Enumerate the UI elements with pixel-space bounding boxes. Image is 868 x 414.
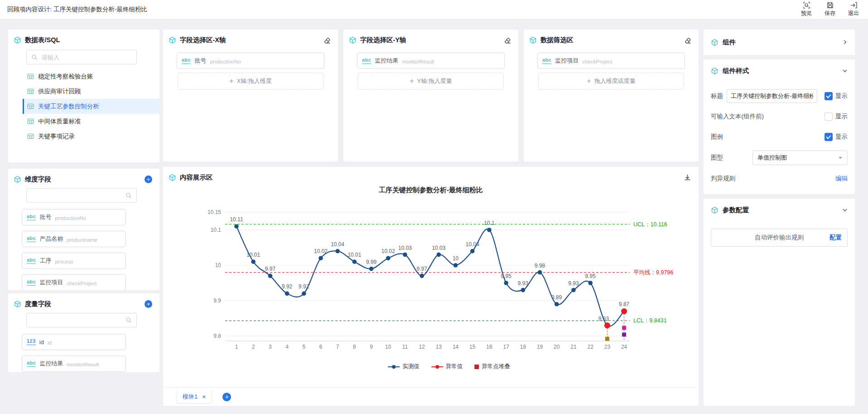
params-section-header[interactable]: 参数配置 — [704, 199, 855, 221]
filter-dropzone[interactable]: + 拖入维度或度量 — [538, 73, 684, 90]
legend-item-measured[interactable]: 实测值 — [388, 363, 420, 370]
data-point — [453, 263, 458, 268]
table-item[interactable]: 稳定性考察检验台账 — [23, 69, 159, 84]
rule-label: 判异规则 — [711, 175, 735, 183]
legend-item-abnormal-stack[interactable]: 异常点堆叠 — [474, 363, 510, 370]
table-item[interactable]: 中间体质量标准 — [23, 114, 159, 129]
legend-item-abnormal[interactable]: 异常值 — [431, 363, 463, 370]
chevron-down-icon — [842, 68, 848, 73]
field-item[interactable]: abc 监控项目 checkProject — [537, 53, 685, 69]
page-title: 回顾项内容设计: 工序关键控制参数分析-最终细粉比 — [7, 0, 147, 19]
field-item[interactable]: abc 监控结果 monitorResult — [22, 356, 126, 372]
datasource-panel-title: 数据表/SQL — [25, 36, 60, 44]
data-point — [352, 259, 357, 264]
exit-button[interactable]: 退出 — [848, 1, 859, 17]
svg-text:9.99: 9.99 — [366, 259, 377, 265]
svg-text:9: 9 — [370, 344, 373, 350]
add-dimension-button[interactable]: + — [145, 175, 152, 183]
xaxis-dropzone[interactable]: + X轴:拖入维度 — [178, 73, 323, 90]
add-module-button[interactable]: + — [222, 393, 231, 401]
legend-square-marker — [474, 365, 479, 369]
field-name: 批号 — [194, 57, 206, 65]
svg-text:9.95: 9.95 — [501, 273, 512, 279]
svg-text:9.83: 9.83 — [598, 316, 609, 322]
svg-text:4: 4 — [285, 344, 289, 350]
field-item[interactable]: abc 批号 productionNo — [177, 53, 324, 69]
tab-module1[interactable]: 模块1 × — [177, 390, 212, 404]
field-type-icon: abc — [362, 58, 371, 64]
field-item[interactable]: 123 id id — [22, 334, 126, 350]
legend-show-checkbox[interactable] — [825, 133, 833, 141]
abnormal-stack-square — [605, 337, 609, 341]
field-code: checkProject — [67, 281, 96, 286]
divider — [704, 194, 855, 199]
field-code: monitorResult — [402, 59, 434, 64]
tab-label: 模块1 — [183, 393, 198, 401]
style-section-header[interactable]: 组件样式 — [704, 59, 855, 82]
table-item[interactable]: 关键工艺参数控制分析 — [23, 99, 159, 114]
auto-rule-config-link[interactable]: 配置 — [829, 234, 842, 242]
content-panel-title: 内容展示区 — [180, 173, 213, 182]
field-item[interactable]: abc 产品名称 productname — [22, 231, 126, 247]
panel-cube-icon — [169, 36, 176, 44]
eraser-icon[interactable] — [684, 37, 691, 44]
chevron-right-icon — [842, 39, 848, 45]
datasource-table-list: 稳定性考察检验台账 供应商审计回顾 关键工艺参数控制分析 中间体质量标准 关键事… — [8, 69, 159, 144]
save-icon — [826, 1, 834, 9]
svg-text:22: 22 — [588, 344, 594, 350]
exit-label: 退出 — [848, 10, 859, 17]
chart-type-select[interactable]: 单值控制图 — [752, 151, 848, 165]
svg-text:3: 3 — [269, 344, 272, 350]
preview-icon — [803, 1, 810, 9]
abnormal-point — [621, 308, 627, 314]
field-item[interactable]: abc 监控结果 monitorResult — [357, 53, 505, 69]
download-icon[interactable] — [684, 174, 691, 181]
field-item[interactable]: abc 批号 productionNo — [22, 209, 126, 225]
datasource-search-input[interactable] — [41, 54, 132, 61]
preview-button[interactable]: 预览 — [801, 1, 812, 17]
yaxis-dropzone[interactable]: + Y轴:拖入度量 — [358, 73, 504, 90]
table-icon — [27, 103, 34, 110]
rule-edit-link[interactable]: 编辑 — [835, 175, 848, 183]
chart-title-input[interactable] — [727, 89, 817, 103]
svg-text:10.01: 10.01 — [347, 252, 361, 258]
filter-dropzone-label: 拖入维度或度量 — [594, 77, 636, 85]
field-name: 监控项目 — [555, 57, 579, 65]
table-icon — [27, 73, 34, 80]
svg-text:平均线：9.9796: 平均线：9.9796 — [633, 269, 673, 276]
panel-cube-icon — [14, 36, 21, 44]
table-item-label: 关键事项记录 — [38, 132, 75, 141]
input-text-show-checkbox[interactable] — [825, 112, 833, 121]
dimension-search[interactable] — [26, 188, 137, 203]
close-icon[interactable]: × — [202, 394, 206, 400]
yaxis-dropzone-label: Y轴:拖入度量 — [417, 77, 452, 85]
field-code: process — [55, 259, 73, 264]
auto-rule-label: 自动评价输出规则 — [755, 234, 804, 242]
component-section-title: 组件 — [723, 38, 736, 47]
eraser-icon[interactable] — [504, 37, 511, 44]
caret-down-icon — [838, 156, 843, 160]
svg-text:9.97: 9.97 — [265, 266, 276, 272]
input-text-label: 可输入文本(组件前) — [711, 112, 764, 121]
component-section-header[interactable]: 组件 — [704, 29, 855, 55]
table-item[interactable]: 关键事项记录 — [23, 129, 159, 144]
datasource-search[interactable] — [26, 50, 137, 64]
svg-text:6: 6 — [319, 344, 323, 350]
field-item[interactable]: abc 工序 process — [22, 253, 126, 269]
save-button[interactable]: 保存 — [825, 1, 835, 17]
svg-text:20: 20 — [554, 344, 560, 350]
measure-search[interactable] — [26, 313, 137, 327]
eraser-icon[interactable] — [323, 37, 331, 44]
table-item[interactable]: 供应商审计回顾 — [23, 84, 159, 99]
data-point — [403, 253, 407, 257]
field-item[interactable]: abc 监控项目 checkProject — [22, 274, 126, 290]
add-measure-button[interactable]: + — [145, 300, 152, 308]
dimension-search-input[interactable] — [31, 192, 122, 200]
data-point — [521, 288, 526, 292]
title-show-checkbox[interactable] — [825, 92, 833, 100]
field-code: id — [48, 340, 52, 346]
measure-search-input[interactable] — [31, 317, 122, 324]
table-icon — [27, 118, 34, 125]
divider — [704, 55, 855, 59]
panel-cube-icon — [711, 206, 719, 214]
